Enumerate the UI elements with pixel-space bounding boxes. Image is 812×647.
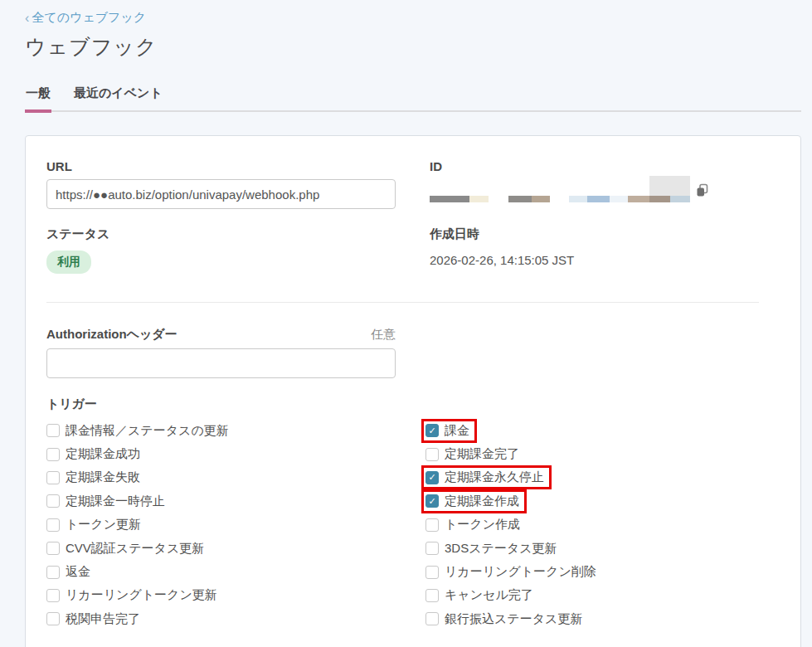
- url-input[interactable]: [46, 179, 396, 209]
- checkbox[interactable]: [46, 424, 60, 437]
- checkbox[interactable]: [46, 471, 60, 484]
- trigger-row[interactable]: リカーリングトークン削除: [425, 560, 780, 583]
- webhook-detail-page: ‹ 全てのウェブフック ウェブフック 一般 最近のイベント URL ID: [0, 0, 812, 647]
- checkbox[interactable]: [425, 518, 439, 532]
- trigger-label: 定期課金成功: [66, 446, 140, 462]
- copy-icon[interactable]: [695, 183, 709, 197]
- checkbox[interactable]: [46, 518, 60, 532]
- checkbox[interactable]: [425, 471, 439, 484]
- trigger-row[interactable]: 定期課金一時停止: [46, 489, 425, 513]
- checkbox[interactable]: [425, 494, 439, 508]
- checkbox[interactable]: [425, 566, 439, 579]
- trigger-wrap: 返金: [42, 560, 98, 584]
- trigger-wrap: 定期課金完了: [421, 442, 527, 466]
- trigger-label: 税関申告完了: [66, 611, 140, 627]
- trigger-wrap: 定期課金成功: [42, 442, 148, 466]
- trigger-row[interactable]: 課金: [425, 419, 780, 442]
- trigger-wrap: 定期課金失敗: [42, 465, 148, 489]
- trigger-row[interactable]: 税関申告完了: [46, 607, 425, 630]
- trigger-wrap: 銀行振込ステータス更新: [421, 607, 590, 631]
- trigger-wrap: リカーリングトークン更新: [42, 583, 225, 607]
- checkbox[interactable]: [425, 424, 439, 437]
- trigger-label: トークン作成: [445, 517, 520, 533]
- tab-recent-events[interactable]: 最近のイベント: [73, 85, 163, 110]
- id-redaction-segment: [587, 196, 610, 202]
- trigger-wrap: リカーリングトークン削除: [421, 560, 604, 584]
- checkbox[interactable]: [46, 589, 60, 602]
- trigger-label: 銀行振込ステータス更新: [445, 611, 582, 627]
- page-title: ウェブフック: [25, 33, 801, 61]
- url-label: URL: [46, 159, 430, 173]
- trigger-row[interactable]: CVV認証ステータス更新: [46, 537, 425, 560]
- section-divider: [46, 302, 759, 303]
- triggers-column-right: 課金 定期課金完了 定期課金永久停止 定期課金作成 トークン作成 3DSステータ…: [425, 419, 780, 631]
- trigger-wrap: キャンセル完了: [421, 583, 541, 607]
- trigger-row[interactable]: 定期課金成功: [46, 442, 425, 465]
- triggers-grid: 課金情報／ステータスの更新 定期課金成功 定期課金失敗 定期課金一時停止 トーク…: [46, 419, 780, 631]
- checkbox[interactable]: [46, 612, 60, 625]
- trigger-label: リカーリングトークン更新: [66, 587, 217, 603]
- info-grid-bottom: ステータス 利用 作成日時 2026-02-26, 14:15:05 JST: [46, 226, 780, 274]
- trigger-label: 課金: [445, 423, 469, 439]
- checkbox[interactable]: [46, 494, 60, 508]
- trigger-wrap: 定期課金作成: [421, 489, 527, 513]
- checkbox[interactable]: [46, 566, 60, 579]
- created-field-group: 作成日時 2026-02-26, 14:15:05 JST: [430, 226, 780, 274]
- trigger-row[interactable]: 定期課金完了: [425, 442, 780, 465]
- id-redaction-segment: [532, 196, 550, 202]
- trigger-wrap: 定期課金一時停止: [42, 489, 173, 513]
- tab-general[interactable]: 一般: [25, 85, 51, 110]
- trigger-wrap: 税関申告完了: [42, 607, 148, 631]
- checkbox[interactable]: [425, 612, 439, 625]
- trigger-row[interactable]: 課金情報／ステータスの更新: [46, 419, 425, 442]
- id-redacted-value: [430, 176, 728, 209]
- tab-bar: 一般 最近のイベント: [25, 85, 801, 112]
- id-redaction-segment: [670, 196, 690, 202]
- trigger-label: CVV認証ステータス更新: [66, 541, 204, 557]
- optional-tag: 任意: [371, 327, 396, 343]
- triggers-label: トリガー: [46, 396, 780, 412]
- trigger-wrap: トークン更新: [42, 513, 148, 537]
- trigger-row[interactable]: キャンセル完了: [425, 584, 780, 607]
- checkbox[interactable]: [46, 542, 60, 555]
- id-redaction-segment: [569, 196, 587, 202]
- id-field-group: ID: [430, 159, 780, 209]
- trigger-label: 定期課金作成: [445, 494, 519, 509]
- trigger-label: 定期課金完了: [445, 446, 519, 462]
- authorization-input[interactable]: [46, 348, 396, 378]
- trigger-row[interactable]: 3DSステータス更新: [425, 537, 780, 560]
- authorization-header-row: Authorizationヘッダー 任意: [46, 327, 396, 343]
- created-value: 2026-02-26, 14:15:05 JST: [430, 253, 780, 267]
- status-field-group: ステータス 利用: [46, 226, 430, 274]
- checkbox[interactable]: [46, 448, 60, 461]
- checkbox[interactable]: [425, 542, 439, 555]
- trigger-row[interactable]: リカーリングトークン更新: [46, 584, 425, 607]
- back-link[interactable]: ‹ 全てのウェブフック: [25, 10, 146, 26]
- checkbox[interactable]: [425, 589, 439, 602]
- url-field-group: URL: [46, 159, 430, 209]
- id-redaction-segment: [649, 196, 670, 202]
- trigger-row[interactable]: 返金: [46, 560, 425, 583]
- id-redaction-segment: [610, 196, 628, 202]
- trigger-row[interactable]: 定期課金作成: [425, 489, 780, 513]
- trigger-row[interactable]: トークン更新: [46, 513, 425, 537]
- trigger-row[interactable]: トークン作成: [425, 513, 780, 537]
- info-grid-top: URL ID: [46, 159, 780, 209]
- trigger-row[interactable]: 定期課金失敗: [46, 466, 425, 489]
- triggers-column-left: 課金情報／ステータスの更新 定期課金成功 定期課金失敗 定期課金一時停止 トーク…: [46, 419, 425, 631]
- trigger-label: 課金情報／ステータスの更新: [66, 423, 229, 439]
- id-label: ID: [430, 159, 780, 173]
- trigger-wrap: 定期課金永久停止: [421, 465, 552, 489]
- trigger-label: トークン更新: [66, 517, 141, 533]
- id-redaction-segment: [430, 196, 469, 202]
- trigger-label: キャンセル完了: [445, 587, 533, 603]
- trigger-label: リカーリングトークン削除: [445, 564, 596, 580]
- trigger-row[interactable]: 銀行振込ステータス更新: [425, 607, 780, 630]
- trigger-label: 3DSステータス更新: [445, 541, 557, 557]
- trigger-wrap: CVV認証ステータス更新: [42, 537, 212, 561]
- checkbox[interactable]: [425, 448, 439, 461]
- id-redaction-segment: [469, 196, 489, 202]
- trigger-label: 定期課金一時停止: [66, 494, 165, 509]
- created-label: 作成日時: [430, 226, 780, 242]
- trigger-row[interactable]: 定期課金永久停止: [425, 466, 780, 489]
